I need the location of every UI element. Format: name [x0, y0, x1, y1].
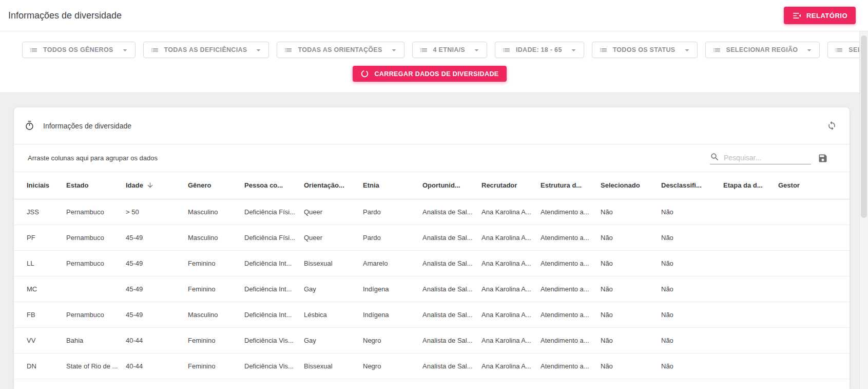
- column-header-etnia[interactable]: Etnia: [363, 172, 422, 199]
- table-row[interactable]: MC 45-49 Feminino Deficiência Int... Gay…: [14, 276, 850, 302]
- cell-etapa: [723, 327, 778, 353]
- cell-etnia: Pardo: [363, 225, 422, 250]
- column-header-iniciais[interactable]: Iniciais: [14, 172, 66, 199]
- column-header-etapa[interactable]: Etapa da d...: [723, 172, 778, 199]
- cell-idade: 40-44: [126, 327, 188, 353]
- cell-gestor: [778, 276, 850, 302]
- filter-disabilities-dropdown[interactable]: TODAS AS DEFICIÊNCIAS: [143, 42, 269, 58]
- cell-gestor: [778, 250, 850, 276]
- cell-genero: Masculino: [188, 225, 244, 250]
- column-header-desclassificado[interactable]: Desclassifi...: [661, 172, 723, 199]
- cell-iniciais: PF: [14, 225, 66, 250]
- cell-idade: 45-49: [126, 250, 188, 276]
- chevron-down-icon: [804, 45, 814, 55]
- table-header-row: Iniciais Estado Idade Gênero Pessoa co..…: [14, 172, 850, 199]
- column-header-estrutura[interactable]: Estrutura d...: [541, 172, 601, 199]
- cell-selecionado: Não: [601, 302, 661, 327]
- cell-etapa: [723, 225, 778, 250]
- list-icon: [284, 46, 293, 54]
- column-header-genero[interactable]: Gênero: [188, 172, 244, 199]
- table-row[interactable]: JSS Pernambuco > 50 Masculino Deficiênci…: [14, 199, 850, 225]
- cell-desclassificado: Não: [661, 353, 723, 379]
- cell-oportunidade: Analista de Sal...: [422, 199, 481, 225]
- cell-idade: > 50: [126, 199, 188, 225]
- column-header-gestor[interactable]: Gestor: [778, 172, 850, 199]
- cell-idade: 45-49: [126, 302, 188, 327]
- cell-gestor: [778, 225, 850, 250]
- cell-etnia: Indígena: [363, 302, 422, 327]
- stopwatch-icon: [24, 120, 35, 131]
- cell-idade: 45-49: [126, 276, 188, 302]
- column-header-pessoa-com-deficiencia[interactable]: Pessoa co...: [244, 172, 304, 199]
- column-header-selecionado[interactable]: Selecionado: [601, 172, 661, 199]
- save-layout-button[interactable]: [818, 153, 828, 163]
- filter-region-dropdown[interactable]: SELECIONAR REGIÃO: [705, 42, 820, 58]
- cell-estado: Pernambuco: [66, 225, 126, 250]
- top-bar: Informações de diversidade RELATÓRIO: [0, 0, 868, 31]
- cell-idade: 40-44: [126, 353, 188, 379]
- grid-toolbar: Arraste colunas aqui para agrupar os dad…: [14, 144, 850, 172]
- table-row[interactable]: VV Bahia 40-44 Feminino Deficiência Vis.…: [14, 327, 850, 353]
- filter-label: TODOS OS GÊNEROS: [43, 46, 113, 53]
- cell-oportunidade: Analista de Sal...: [422, 250, 481, 276]
- filter-age-dropdown[interactable]: IDADE: 18 - 65: [495, 42, 584, 58]
- cell-genero: Feminino: [188, 353, 244, 379]
- cell-etapa: [723, 199, 778, 225]
- cell-pessoa-com-deficiencia: Deficiência Vis...: [244, 353, 304, 379]
- cell-estrutura: Atendimento a...: [541, 199, 601, 225]
- filter-label: IDADE: 18 - 65: [516, 46, 562, 53]
- cell-gestor: [778, 353, 850, 379]
- cell-desclassificado: Não: [661, 302, 723, 327]
- cell-pessoa-com-deficiencia: Deficiência Físi...: [244, 199, 304, 225]
- cell-estado: [66, 276, 126, 302]
- filter-section: TODOS OS GÊNEROS TODAS AS DEFICIÊNCIAS T…: [0, 31, 859, 93]
- table-row[interactable]: FB Pernambuco 45-49 Masculino Deficiênci…: [14, 302, 850, 327]
- load-diversity-data-button[interactable]: CARREGAR DADOS DE DIVERSIDADE: [353, 66, 506, 82]
- cell-iniciais: DN: [14, 353, 66, 379]
- column-header-oportunidade[interactable]: Oportunid...: [422, 172, 481, 199]
- column-header-idade[interactable]: Idade: [126, 172, 188, 199]
- filter-label: SELECIONAR REGIÃO: [726, 46, 798, 53]
- list-icon: [599, 46, 608, 54]
- report-button[interactable]: RELATÓRIO: [784, 7, 856, 24]
- vertical-scrollbar[interactable]: [859, 31, 868, 389]
- load-button-label: CARREGAR DADOS DE DIVERSIDADE: [374, 70, 498, 78]
- filter-status-dropdown[interactable]: TODOS OS STATUS: [592, 42, 698, 58]
- cell-etapa: [723, 353, 778, 379]
- column-header-recrutador[interactable]: Recrutador: [481, 172, 541, 199]
- column-header-orientacao[interactable]: Orientação...: [304, 172, 363, 199]
- cell-recrutador: Ana Karolina A...: [481, 250, 541, 276]
- table-row[interactable]: DN State of Rio de ... 40-44 Feminino De…: [14, 353, 850, 379]
- cell-oportunidade: Analista de Sal...: [422, 353, 481, 379]
- cell-recrutador: Ana Karolina A...: [481, 199, 541, 225]
- cell-desclassificado: Não: [661, 225, 723, 250]
- scrollbar-thumb[interactable]: [861, 35, 867, 218]
- cell-iniciais: LL: [14, 250, 66, 276]
- spinner-icon: [359, 68, 371, 80]
- cell-selecionado: Não: [601, 353, 661, 379]
- table-row[interactable]: LL Pernambuco 45-49 Feminino Deficiência…: [14, 250, 850, 276]
- diversity-card: Informações de diversidade Arraste colun…: [14, 107, 850, 389]
- cell-iniciais: FB: [14, 302, 66, 327]
- column-header-estado[interactable]: Estado: [66, 172, 126, 199]
- cell-selecionado: Não: [601, 276, 661, 302]
- cell-recrutador: Ana Karolina A...: [481, 276, 541, 302]
- cell-estrutura: Atendimento a...: [541, 225, 601, 250]
- group-drop-zone[interactable]: Arraste colunas aqui para agrupar os dad…: [28, 154, 158, 162]
- filter-ethnicities-dropdown[interactable]: 4 ETNIA/S: [412, 42, 487, 58]
- sync-icon: [827, 121, 837, 131]
- cell-estrutura: Atendimento a...: [541, 353, 601, 379]
- filter-genders-dropdown[interactable]: TODOS OS GÊNEROS: [22, 42, 136, 58]
- search-input[interactable]: [724, 154, 811, 162]
- chevron-down-icon: [389, 45, 399, 55]
- filter-label: TODAS AS DEFICIÊNCIAS: [164, 46, 247, 53]
- list-icon: [29, 46, 38, 54]
- table-row[interactable]: PF Pernambuco 45-49 Masculino Deficiênci…: [14, 225, 850, 250]
- cell-iniciais: VV: [14, 327, 66, 353]
- sort-arrow-down-icon: [146, 181, 154, 189]
- cell-pessoa-com-deficiencia: Deficiência Vis...: [244, 327, 304, 353]
- cell-estado: Bahia: [66, 327, 126, 353]
- filter-orientations-dropdown[interactable]: TODAS AS ORIENTAÇÕES: [277, 42, 404, 58]
- cell-estrutura: Atendimento a...: [541, 276, 601, 302]
- refresh-button[interactable]: [827, 121, 837, 131]
